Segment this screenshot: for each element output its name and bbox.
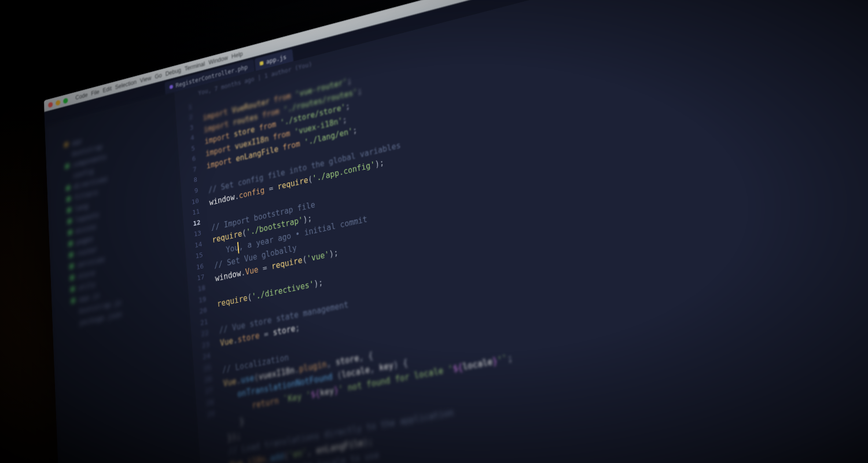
minimize-icon[interactable] — [56, 100, 60, 106]
close-icon[interactable] — [48, 101, 53, 108]
git-status-icon — [67, 196, 71, 201]
js-file-icon — [259, 61, 263, 65]
code-editor[interactable]: You, 7 months ago | 1 author (You) 12345… — [174, 0, 868, 463]
menu-item[interactable]: Code — [75, 91, 88, 101]
git-status-icon — [68, 219, 72, 224]
git-status-icon — [72, 321, 76, 326]
git-status-icon — [69, 252, 73, 258]
git-status-icon — [66, 185, 70, 190]
git-status-icon — [68, 241, 72, 246]
menu-item[interactable]: Debug — [165, 67, 181, 77]
git-status-icon — [65, 175, 69, 180]
git-status-icon — [68, 230, 72, 235]
git-status-icon — [69, 264, 73, 269]
php-file-icon — [170, 84, 174, 89]
menu-item[interactable]: Help — [231, 50, 243, 60]
file-name: lang — [74, 202, 88, 212]
git-status-icon — [72, 310, 76, 315]
git-status-icon — [64, 142, 68, 147]
git-status-icon — [71, 286, 75, 292]
file-name: app — [71, 137, 82, 147]
git-status-icon — [70, 275, 74, 280]
git-status-icon — [65, 164, 69, 169]
editor-window: Code File Edit Selection View Go Debug T… — [44, 0, 868, 463]
git-status-icon — [65, 153, 69, 158]
git-status-icon — [67, 208, 71, 213]
menu-item[interactable]: View — [140, 75, 152, 84]
menu-item[interactable]: Go — [155, 72, 162, 80]
zoom-icon[interactable] — [63, 97, 68, 104]
menu-item[interactable]: File — [91, 89, 100, 97]
git-status-icon — [71, 298, 75, 303]
menu-item[interactable]: Edit — [102, 85, 112, 94]
